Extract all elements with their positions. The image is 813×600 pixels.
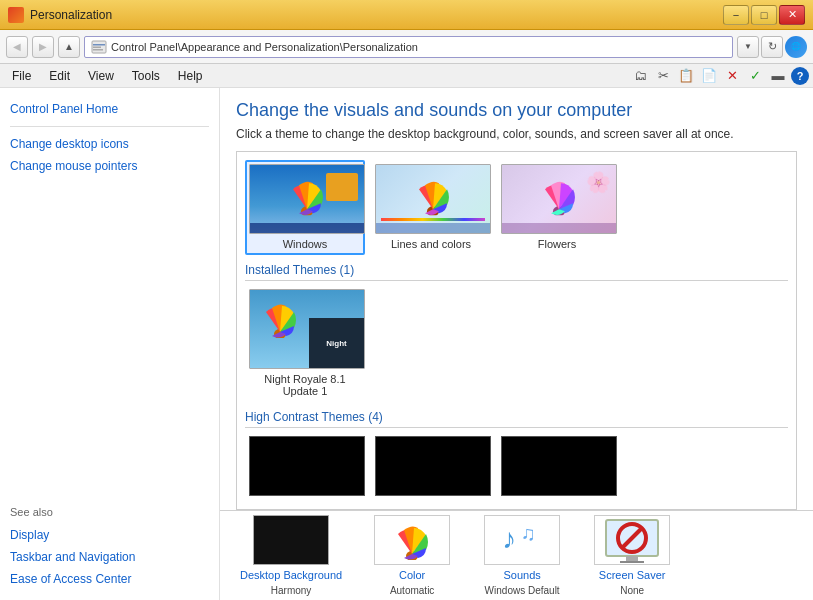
theme-label-night-royale: Night Royale 8.1 Update 1	[249, 372, 361, 398]
menu-toolbar: 🗂 ✂ 📋 📄 ✕ ✓ ▬ ?	[630, 66, 809, 86]
see-also-label: See also	[10, 506, 209, 518]
color-fan-icon	[390, 520, 434, 560]
sounds-item[interactable]: ♪ ♫ Sounds Windows Default	[482, 515, 562, 596]
dropdown-button[interactable]: ▼	[737, 36, 759, 58]
display-link[interactable]: Display	[10, 526, 209, 544]
desktop-background-item[interactable]: Desktop Background Harmony	[240, 515, 342, 596]
window-title: Personalization	[30, 8, 112, 22]
high-contrast-row	[245, 432, 788, 500]
properties-icon[interactable]: ▬	[768, 66, 788, 86]
theme-label-windows: Windows	[249, 237, 361, 251]
theme-thumbnail-flowers: 🌸	[501, 164, 617, 234]
internet-explorer-icon[interactable]: 🌐	[785, 36, 807, 58]
svg-rect-15	[620, 561, 644, 563]
flowers-fan-icon	[537, 175, 581, 215]
theme-item-flowers[interactable]: 🌸 Flowers	[497, 160, 617, 255]
screen-saver-value: None	[620, 585, 644, 596]
window-controls: − □ ✕	[723, 5, 805, 25]
theme-item-hc3[interactable]	[497, 432, 617, 500]
menu-tools[interactable]: Tools	[124, 67, 168, 85]
theme-thumbnail-lines	[375, 164, 491, 234]
color-thumb	[374, 515, 450, 565]
color-label: Color	[399, 569, 425, 581]
lines-fan-icon	[411, 175, 455, 215]
screen-saver-thumb	[594, 515, 670, 565]
svg-text:♪: ♪	[502, 523, 516, 554]
content-panel: Change the visuals and sounds on your co…	[220, 88, 813, 600]
sidebar-divider-1	[10, 126, 209, 127]
mouse-pointers-link[interactable]: Change mouse pointers	[10, 157, 209, 175]
color-value: Automatic	[390, 585, 434, 596]
cut-icon[interactable]: ✂	[653, 66, 673, 86]
sounds-label: Sounds	[503, 569, 540, 581]
folder-icon[interactable]: 🗂	[630, 66, 650, 86]
desktop-bg-value: Harmony	[271, 585, 312, 596]
theme-item-night-royale[interactable]: Night Night Royale 8.1 Update 1	[245, 285, 365, 402]
windows-fan-icon	[285, 175, 329, 215]
themes-scroll-area: Windows	[236, 151, 797, 510]
address-bar-icon	[91, 39, 107, 55]
sidebar: Control Panel Home Change desktop icons …	[0, 88, 220, 600]
menu-edit[interactable]: Edit	[41, 67, 78, 85]
screen-saver-label: Screen Saver	[599, 569, 666, 581]
address-path: Control Panel\Appearance and Personaliza…	[111, 41, 418, 53]
installed-themes-header: Installed Themes (1)	[245, 263, 788, 281]
refresh-button[interactable]: ↻	[761, 36, 783, 58]
sounds-value: Windows Default	[485, 585, 560, 596]
night-royale-fan-icon	[258, 298, 302, 338]
menu-view[interactable]: View	[80, 67, 122, 85]
high-contrast-header: High Contrast Themes (4)	[245, 410, 788, 428]
my-themes-row: Windows	[245, 160, 788, 255]
theme-label-flowers: Flowers	[501, 237, 613, 251]
svg-rect-14	[626, 556, 638, 561]
theme-item-windows[interactable]: Windows	[245, 160, 365, 255]
menu-help[interactable]: Help	[170, 67, 211, 85]
minimize-button[interactable]: −	[723, 5, 749, 25]
app-icon	[8, 7, 24, 23]
check-icon[interactable]: ✓	[745, 66, 765, 86]
title-bar: Personalization − □ ✕	[0, 0, 813, 30]
bottom-bar: Desktop Background Harmony Colo	[220, 510, 813, 600]
address-input[interactable]: Control Panel\Appearance and Personaliza…	[84, 36, 733, 58]
close-button[interactable]: ✕	[779, 5, 805, 25]
help-button[interactable]: ?	[791, 67, 809, 85]
theme-item-hc1[interactable]	[245, 432, 365, 500]
svg-rect-3	[93, 49, 103, 51]
content-area: Change the visuals and sounds on your co…	[220, 88, 813, 510]
svg-rect-2	[93, 46, 101, 48]
svg-text:♫: ♫	[521, 522, 536, 544]
page-title: Change the visuals and sounds on your co…	[236, 100, 797, 121]
sounds-thumb: ♪ ♫	[484, 515, 560, 565]
menu-file[interactable]: File	[4, 67, 39, 85]
copy-icon[interactable]: 📋	[676, 66, 696, 86]
theme-thumbnail-windows	[249, 164, 365, 234]
theme-item-hc2[interactable]	[371, 432, 491, 500]
desktop-bg-label: Desktop Background	[240, 569, 342, 581]
hc-thumbnail-3	[501, 436, 617, 496]
taskbar-link[interactable]: Taskbar and Navigation	[10, 548, 209, 566]
ease-of-access-link[interactable]: Ease of Access Center	[10, 570, 209, 588]
up-button[interactable]: ▲	[58, 36, 80, 58]
hc-thumbnail-2	[375, 436, 491, 496]
control-panel-home-link[interactable]: Control Panel Home	[10, 100, 209, 118]
maximize-button[interactable]: □	[751, 5, 777, 25]
screen-saver-icon	[602, 516, 662, 564]
hc-thumbnail-1	[249, 436, 365, 496]
forward-button[interactable]: ▶	[32, 36, 54, 58]
theme-item-lines[interactable]: Lines and colors	[371, 160, 491, 255]
page-description: Click a theme to change the desktop back…	[236, 127, 797, 141]
desktop-bg-thumb	[253, 515, 329, 565]
delete-icon[interactable]: ✕	[722, 66, 742, 86]
paste-icon[interactable]: 📄	[699, 66, 719, 86]
theme-label-lines: Lines and colors	[375, 237, 487, 251]
color-item[interactable]: Color Automatic	[372, 515, 452, 596]
address-bar: ◀ ▶ ▲ Control Panel\Appearance and Perso…	[0, 30, 813, 64]
installed-themes-row: Night Night Royale 8.1 Update 1	[245, 285, 788, 402]
svg-rect-1	[93, 44, 105, 46]
theme-thumbnail-night-royale: Night	[249, 289, 365, 369]
themes-list: Windows	[237, 152, 796, 509]
desktop-icons-link[interactable]: Change desktop icons	[10, 135, 209, 153]
screen-saver-item[interactable]: Screen Saver None	[592, 515, 672, 596]
main-layout: Control Panel Home Change desktop icons …	[0, 88, 813, 600]
back-button[interactable]: ◀	[6, 36, 28, 58]
